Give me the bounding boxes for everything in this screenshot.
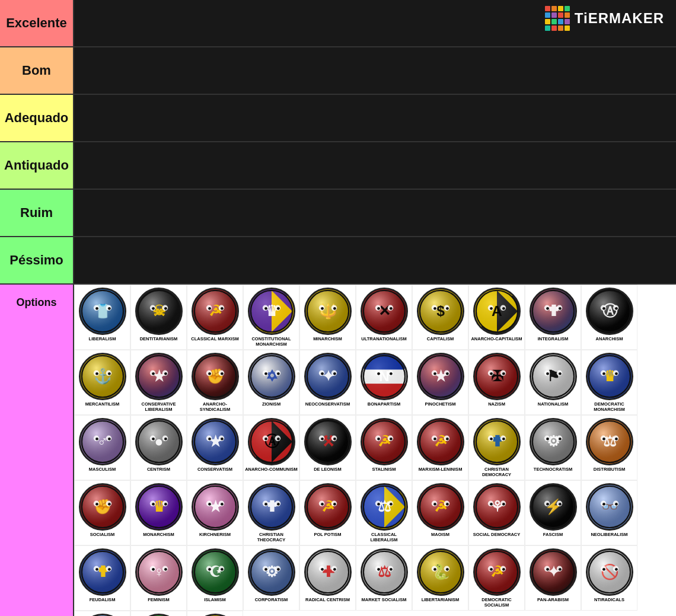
svg-point-270 — [615, 438, 618, 441]
ideology-item-anarchism[interactable]: Ⓐ ANARCHISM — [581, 285, 637, 350]
ideology-item-islamism[interactable]: ☪ ISLAMISM — [187, 545, 243, 611]
ideology-item-conservatism[interactable]: ★ CONSERVATISM — [187, 415, 243, 480]
svg-text:♛: ♛ — [603, 368, 616, 384]
tier-content-adequado[interactable] — [74, 95, 676, 141]
svg-point-369 — [108, 568, 111, 571]
ideology-item-centrism[interactable]: ● CENTRISM — [130, 415, 187, 480]
ideology-item-pan-arabism[interactable]: ✦ PAN-ARABISM — [525, 545, 581, 611]
ideology-ball-libertarianism: 🐍 — [417, 548, 464, 596]
tier-content-pessimo[interactable] — [74, 237, 676, 283]
ideology-item-dentitarianism[interactable]: ☠ DENTITARIANISM — [130, 285, 187, 350]
svg-point-260 — [546, 438, 549, 441]
svg-text:✡: ✡ — [265, 368, 278, 384]
ideology-item-socialism[interactable]: ✊ SOCIALISM — [74, 480, 130, 545]
ideology-ball-conservative-liberalism: ★ — [135, 353, 183, 400]
ideology-item-christian-democracy[interactable]: ✟ CHRISTIAN DEMOCRACY — [468, 415, 525, 480]
tier-label-adequado: Adequado — [0, 95, 74, 141]
ideology-item-ntiradicals[interactable]: 🚫 NTIRADICALS — [581, 545, 637, 611]
svg-text:☠: ☠ — [152, 303, 165, 319]
svg-text:⚖: ⚖ — [378, 499, 391, 515]
tier-content-ruim[interactable] — [74, 190, 676, 236]
options-content[interactable]: 👕 LIBERALISM — [74, 285, 676, 616]
ideology-item-masculism[interactable]: ♂ MASCULISM — [74, 415, 130, 480]
svg-text:👕: 👕 — [93, 302, 111, 320]
ideology-item-de-leonism[interactable]: ⚒ DE LEONISM — [299, 415, 356, 480]
ideology-item-capitalism[interactable]: $ CAPITALISM — [412, 285, 468, 350]
ideology-label-radical-centrism: RADICAL CENTRISM — [305, 597, 350, 602]
ideology-item-ultranationalism[interactable]: ✕ ULTRANATIONALISM — [356, 285, 412, 350]
ideology-item-pol-potism[interactable]: ☭ POL POTISM — [299, 480, 356, 545]
ideology-ball-classical-marxism: ☭ — [192, 288, 239, 335]
ideology-item-monarchism[interactable]: ♛ MONARCHISM — [130, 480, 187, 545]
tier-content-bom[interactable] — [74, 47, 676, 94]
ideology-item-anarcho-communism[interactable]: Ⓐ ANARCHO-COMMUNISM — [243, 415, 299, 480]
ideology-item-liberalism[interactable]: 👕 LIBERALISM — [74, 285, 130, 350]
ideology-label-ultranationalism: ULTRANATIONALISM — [361, 336, 406, 341]
ideology-item-feudalism[interactable]: ✟ FEUDALISM — [74, 545, 130, 611]
tier-content-antiquado[interactable] — [74, 142, 676, 189]
ideology-ball-neoconservatism: ✦ — [304, 353, 352, 400]
svg-text:⚙: ⚙ — [265, 564, 278, 580]
ideology-item-stalinism[interactable]: ☭ STALINISM — [356, 415, 412, 480]
svg-text:✕: ✕ — [378, 303, 390, 319]
svg-point-60 — [433, 307, 436, 310]
ideology-item-mercantilism[interactable]: ⚓ MERCANTILISM — [74, 350, 130, 415]
svg-text:☭: ☭ — [490, 564, 503, 580]
ideology-ball-centrism: ● — [135, 418, 183, 465]
ideology-label-classical-liberalism: CLASSICAL LIBERALISM — [358, 532, 410, 542]
ideology-item-pinochetism[interactable]: ★ PINOCHETISM — [412, 350, 468, 415]
svg-text:☭: ☭ — [209, 303, 222, 319]
ideology-item-classical-liberalism[interactable]: ⚖ CLASSICAL LIBERALISM — [356, 480, 412, 545]
ideology-item-marxism-leninism[interactable]: ☭ MARXISM-LENINISM — [412, 415, 468, 480]
ideology-item-christian-theocracy[interactable]: ✟ CHRISTIAN THEOCRACY — [243, 480, 299, 545]
ideology-item-technocratism[interactable]: ⚙ TECHNOCRATISM — [525, 415, 581, 480]
ideology-item-nationalism[interactable]: ⚑ NATIONALISM — [525, 350, 581, 415]
ideology-item-democratic-socialism[interactable]: ☭ DEMOCRATIC SOCIALISM — [468, 545, 525, 611]
ideology-item-minarchism[interactable]: 🔱 MINARCHISM — [299, 285, 356, 350]
ideology-item-neoliberalism[interactable]: 👓 NEOLIBERALISM — [581, 480, 637, 545]
svg-point-198 — [164, 438, 167, 441]
ideology-item-market-socialism[interactable]: ⚖ MARKET SOCIALISM — [356, 545, 412, 611]
svg-text:⚖: ⚖ — [378, 564, 391, 580]
ideology-label-capitalism: CAPITALISM — [427, 336, 454, 341]
ideology-item-progressivism[interactable]: 🌿 PROGRESSIVISM — [130, 611, 187, 616]
svg-text:☪: ☪ — [209, 564, 222, 580]
ideology-item-corporatism[interactable]: ⚙ CORPORATISM — [243, 545, 299, 611]
ideology-item-kirchnerism[interactable]: ★ KIRCHNERISM — [187, 480, 243, 545]
ideology-item-transhumanism[interactable]: h+ TRANSHUMANISM — [74, 611, 130, 616]
ideology-item-conservative-liberalism[interactable]: ★ CONSERVATIVE LIBERALISM — [130, 350, 187, 415]
ideology-item-maoism[interactable]: ☭ MAOISM — [412, 480, 468, 545]
ideology-item-bonapartism[interactable]: N BONAPARTISM — [356, 350, 412, 415]
ideology-item-hoppeanism[interactable]: 🐍 HOPPEANISM — [187, 611, 243, 616]
ideology-ball-marxism-leninism: ☭ — [417, 418, 464, 465]
ideology-label-market-socialism: MARKET SOCIALISM — [362, 597, 407, 602]
ideology-item-classical-marxism[interactable]: ☭ CLASSICAL MARXISM — [187, 285, 243, 350]
ideology-item-integralism[interactable]: ✟ INTEGRALISM — [525, 285, 581, 350]
svg-point-96 — [95, 372, 98, 375]
ideology-item-neoconservatism[interactable]: ✦ NEOCONSERVATISM — [299, 350, 356, 415]
ideology-item-nazism[interactable]: ✠ NAZISM — [468, 350, 525, 415]
ideology-item-radical-centrism[interactable]: ✚ RADICAL CENTRISM — [299, 545, 356, 611]
svg-text:✊: ✊ — [93, 498, 111, 516]
svg-text:⚒: ⚒ — [321, 433, 335, 449]
ideology-item-feminism[interactable]: ♀ FEMINISM — [130, 545, 187, 611]
ideology-item-social-democracy[interactable]: ⚘ SOCIAL DEMOCRACY — [468, 480, 525, 545]
tier-row-bom: Bom — [0, 47, 676, 95]
ideology-item-constitutional-monarchism[interactable]: ♛ CONSTITUTIONAL MONARCHISM — [243, 285, 299, 350]
ideology-label-conservative-liberalism: CONSERVATIVE LIBERALISM — [132, 401, 185, 412]
ideology-ball-capitalism: $ — [417, 288, 464, 335]
ideology-label-pan-arabism: PAN-ARABISM — [537, 597, 569, 602]
svg-text:🔱: 🔱 — [318, 302, 337, 320]
svg-text:☭: ☭ — [434, 499, 447, 515]
ideology-item-anarcho-capitalism[interactable]: A ANARCHO-CAPITALISM — [468, 285, 525, 350]
ideology-item-fascism[interactable]: ⚡ FASCISM — [525, 480, 581, 545]
ideology-item-democratic-monarchism[interactable]: ♛ DEMOCRATIC MONARCHISM — [581, 350, 637, 415]
ideology-item-libertarianism[interactable]: 🐍 LIBERTARIANISM — [412, 545, 468, 611]
svg-point-387 — [221, 568, 224, 571]
ideology-item-distributism[interactable]: ⚖ DISTRIBUTISM — [581, 415, 637, 480]
svg-point-133 — [333, 372, 336, 375]
svg-point-224 — [321, 438, 324, 441]
ideology-item-zionism[interactable]: ✡ ZIONISM — [243, 350, 299, 415]
svg-point-278 — [95, 503, 98, 506]
ideology-item-anarcho-syndicalism[interactable]: ✊ ANARCHO-SYNDICALISM — [187, 350, 243, 415]
